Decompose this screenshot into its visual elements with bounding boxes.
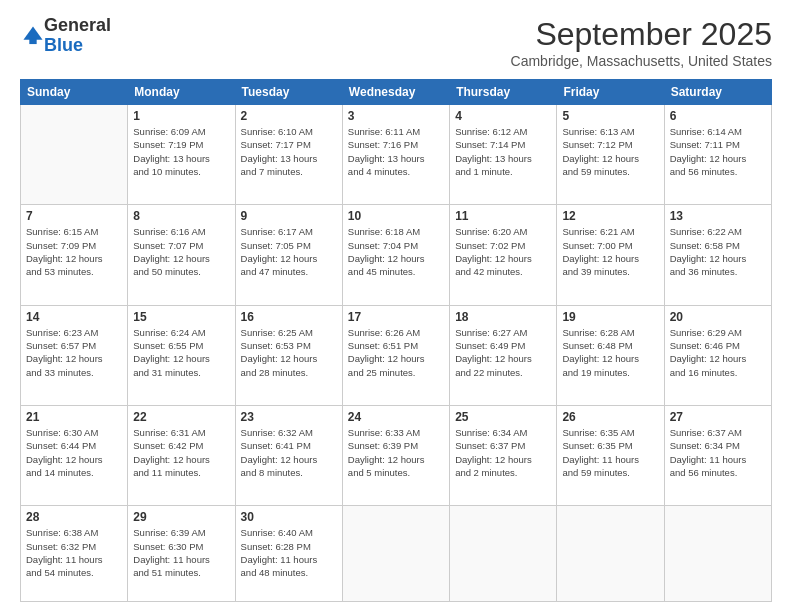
- table-cell: [664, 506, 771, 602]
- calendar-body: 1Sunrise: 6:09 AMSunset: 7:19 PMDaylight…: [21, 105, 772, 602]
- day-info: Sunrise: 6:39 AMSunset: 6:30 PMDaylight:…: [133, 526, 229, 579]
- week-row-4: 21Sunrise: 6:30 AMSunset: 6:44 PMDayligh…: [21, 405, 772, 505]
- weekday-header-row: SundayMondayTuesdayWednesdayThursdayFrid…: [21, 80, 772, 105]
- table-cell: 17Sunrise: 6:26 AMSunset: 6:51 PMDayligh…: [342, 305, 449, 405]
- day-info: Sunrise: 6:24 AMSunset: 6:55 PMDaylight:…: [133, 326, 229, 379]
- day-number: 27: [670, 410, 766, 424]
- weekday-saturday: Saturday: [664, 80, 771, 105]
- day-number: 14: [26, 310, 122, 324]
- logo-general: General: [44, 15, 111, 35]
- svg-marker-0: [23, 26, 42, 39]
- day-number: 5: [562, 109, 658, 123]
- day-info: Sunrise: 6:21 AMSunset: 7:00 PMDaylight:…: [562, 225, 658, 278]
- table-cell: 16Sunrise: 6:25 AMSunset: 6:53 PMDayligh…: [235, 305, 342, 405]
- logo-text: General Blue: [44, 16, 111, 56]
- day-number: 21: [26, 410, 122, 424]
- table-cell: 24Sunrise: 6:33 AMSunset: 6:39 PMDayligh…: [342, 405, 449, 505]
- table-cell: 13Sunrise: 6:22 AMSunset: 6:58 PMDayligh…: [664, 205, 771, 305]
- week-row-3: 14Sunrise: 6:23 AMSunset: 6:57 PMDayligh…: [21, 305, 772, 405]
- week-row-2: 7Sunrise: 6:15 AMSunset: 7:09 PMDaylight…: [21, 205, 772, 305]
- table-cell: 8Sunrise: 6:16 AMSunset: 7:07 PMDaylight…: [128, 205, 235, 305]
- month-title: September 2025: [511, 16, 772, 53]
- day-number: 22: [133, 410, 229, 424]
- table-cell: 14Sunrise: 6:23 AMSunset: 6:57 PMDayligh…: [21, 305, 128, 405]
- header: General Blue September 2025 Cambridge, M…: [20, 16, 772, 69]
- day-number: 1: [133, 109, 229, 123]
- day-number: 9: [241, 209, 337, 223]
- day-info: Sunrise: 6:10 AMSunset: 7:17 PMDaylight:…: [241, 125, 337, 178]
- table-cell: 1Sunrise: 6:09 AMSunset: 7:19 PMDaylight…: [128, 105, 235, 205]
- day-info: Sunrise: 6:29 AMSunset: 6:46 PMDaylight:…: [670, 326, 766, 379]
- table-cell: 22Sunrise: 6:31 AMSunset: 6:42 PMDayligh…: [128, 405, 235, 505]
- day-number: 25: [455, 410, 551, 424]
- weekday-sunday: Sunday: [21, 80, 128, 105]
- logo: General Blue: [20, 16, 111, 56]
- week-row-1: 1Sunrise: 6:09 AMSunset: 7:19 PMDaylight…: [21, 105, 772, 205]
- day-info: Sunrise: 6:16 AMSunset: 7:07 PMDaylight:…: [133, 225, 229, 278]
- day-number: 11: [455, 209, 551, 223]
- day-info: Sunrise: 6:32 AMSunset: 6:41 PMDaylight:…: [241, 426, 337, 479]
- day-number: 17: [348, 310, 444, 324]
- day-number: 3: [348, 109, 444, 123]
- day-info: Sunrise: 6:38 AMSunset: 6:32 PMDaylight:…: [26, 526, 122, 579]
- day-info: Sunrise: 6:28 AMSunset: 6:48 PMDaylight:…: [562, 326, 658, 379]
- day-info: Sunrise: 6:30 AMSunset: 6:44 PMDaylight:…: [26, 426, 122, 479]
- table-cell: 15Sunrise: 6:24 AMSunset: 6:55 PMDayligh…: [128, 305, 235, 405]
- day-number: 12: [562, 209, 658, 223]
- day-number: 23: [241, 410, 337, 424]
- day-number: 16: [241, 310, 337, 324]
- day-number: 18: [455, 310, 551, 324]
- title-block: September 2025 Cambridge, Massachusetts,…: [511, 16, 772, 69]
- table-cell: [342, 506, 449, 602]
- day-number: 6: [670, 109, 766, 123]
- weekday-wednesday: Wednesday: [342, 80, 449, 105]
- day-info: Sunrise: 6:13 AMSunset: 7:12 PMDaylight:…: [562, 125, 658, 178]
- day-info: Sunrise: 6:20 AMSunset: 7:02 PMDaylight:…: [455, 225, 551, 278]
- day-number: 8: [133, 209, 229, 223]
- table-cell: 12Sunrise: 6:21 AMSunset: 7:00 PMDayligh…: [557, 205, 664, 305]
- day-number: 15: [133, 310, 229, 324]
- day-info: Sunrise: 6:12 AMSunset: 7:14 PMDaylight:…: [455, 125, 551, 178]
- table-cell: 29Sunrise: 6:39 AMSunset: 6:30 PMDayligh…: [128, 506, 235, 602]
- day-info: Sunrise: 6:22 AMSunset: 6:58 PMDaylight:…: [670, 225, 766, 278]
- table-cell: 26Sunrise: 6:35 AMSunset: 6:35 PMDayligh…: [557, 405, 664, 505]
- day-number: 20: [670, 310, 766, 324]
- day-info: Sunrise: 6:31 AMSunset: 6:42 PMDaylight:…: [133, 426, 229, 479]
- day-number: 26: [562, 410, 658, 424]
- table-cell: 25Sunrise: 6:34 AMSunset: 6:37 PMDayligh…: [450, 405, 557, 505]
- day-number: 28: [26, 510, 122, 524]
- weekday-monday: Monday: [128, 80, 235, 105]
- day-number: 4: [455, 109, 551, 123]
- day-info: Sunrise: 6:35 AMSunset: 6:35 PMDaylight:…: [562, 426, 658, 479]
- day-number: 29: [133, 510, 229, 524]
- day-info: Sunrise: 6:25 AMSunset: 6:53 PMDaylight:…: [241, 326, 337, 379]
- weekday-friday: Friday: [557, 80, 664, 105]
- day-info: Sunrise: 6:23 AMSunset: 6:57 PMDaylight:…: [26, 326, 122, 379]
- day-info: Sunrise: 6:37 AMSunset: 6:34 PMDaylight:…: [670, 426, 766, 479]
- day-number: 19: [562, 310, 658, 324]
- day-info: Sunrise: 6:14 AMSunset: 7:11 PMDaylight:…: [670, 125, 766, 178]
- day-info: Sunrise: 6:27 AMSunset: 6:49 PMDaylight:…: [455, 326, 551, 379]
- week-row-5: 28Sunrise: 6:38 AMSunset: 6:32 PMDayligh…: [21, 506, 772, 602]
- location: Cambridge, Massachusetts, United States: [511, 53, 772, 69]
- table-cell: [21, 105, 128, 205]
- table-cell: 21Sunrise: 6:30 AMSunset: 6:44 PMDayligh…: [21, 405, 128, 505]
- page: General Blue September 2025 Cambridge, M…: [0, 0, 792, 612]
- table-cell: 27Sunrise: 6:37 AMSunset: 6:34 PMDayligh…: [664, 405, 771, 505]
- table-cell: [450, 506, 557, 602]
- day-number: 13: [670, 209, 766, 223]
- weekday-tuesday: Tuesday: [235, 80, 342, 105]
- day-number: 7: [26, 209, 122, 223]
- day-info: Sunrise: 6:11 AMSunset: 7:16 PMDaylight:…: [348, 125, 444, 178]
- day-number: 24: [348, 410, 444, 424]
- day-info: Sunrise: 6:18 AMSunset: 7:04 PMDaylight:…: [348, 225, 444, 278]
- logo-blue: Blue: [44, 35, 83, 55]
- table-cell: 2Sunrise: 6:10 AMSunset: 7:17 PMDaylight…: [235, 105, 342, 205]
- day-info: Sunrise: 6:40 AMSunset: 6:28 PMDaylight:…: [241, 526, 337, 579]
- table-cell: 9Sunrise: 6:17 AMSunset: 7:05 PMDaylight…: [235, 205, 342, 305]
- day-info: Sunrise: 6:33 AMSunset: 6:39 PMDaylight:…: [348, 426, 444, 479]
- day-number: 2: [241, 109, 337, 123]
- table-cell: 7Sunrise: 6:15 AMSunset: 7:09 PMDaylight…: [21, 205, 128, 305]
- table-cell: 19Sunrise: 6:28 AMSunset: 6:48 PMDayligh…: [557, 305, 664, 405]
- day-info: Sunrise: 6:15 AMSunset: 7:09 PMDaylight:…: [26, 225, 122, 278]
